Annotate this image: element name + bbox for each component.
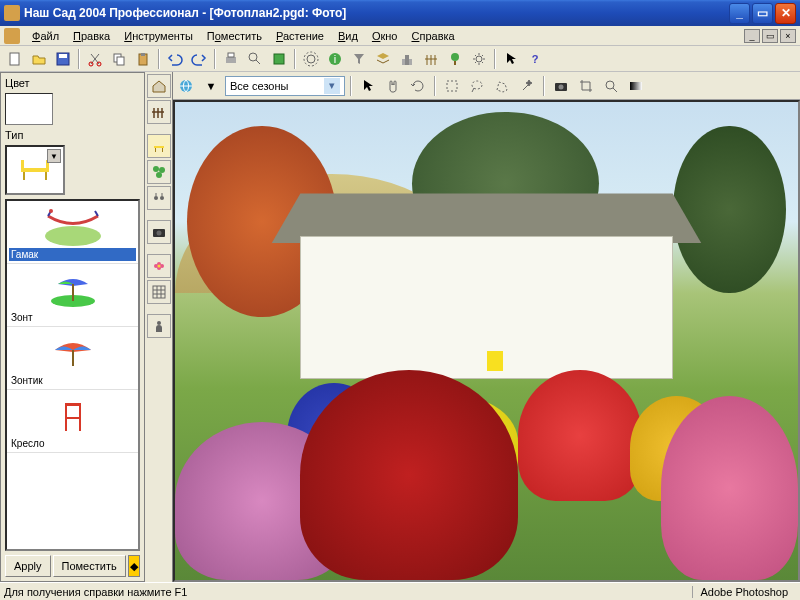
garden-flowers (175, 317, 798, 580)
menu-place[interactable]: Поместить (201, 28, 268, 44)
gradient-tool[interactable] (625, 75, 647, 97)
menu-edit[interactable]: Правка (67, 28, 116, 44)
spacer (147, 126, 171, 132)
menu-window[interactable]: Окно (366, 28, 404, 44)
list-item[interactable]: Кресло (7, 390, 138, 453)
menu-help[interactable]: Справка (405, 28, 460, 44)
svg-rect-25 (23, 172, 25, 180)
spacer (147, 212, 171, 218)
plant-button[interactable] (444, 48, 466, 70)
minimize-button[interactable]: _ (729, 3, 750, 24)
cursor-button[interactable] (500, 48, 522, 70)
pointer-tool[interactable] (357, 75, 379, 97)
crop-tool[interactable] (575, 75, 597, 97)
redo-button[interactable] (188, 48, 210, 70)
list-item[interactable]: Гамак (7, 201, 138, 264)
copy-button[interactable] (108, 48, 130, 70)
svg-rect-2 (59, 54, 67, 58)
menu-view[interactable]: Вид (332, 28, 364, 44)
panel-buttons: Apply Поместить ◆ (3, 553, 142, 579)
lasso-tool[interactable] (466, 75, 488, 97)
open-button[interactable] (28, 48, 50, 70)
encyclopedia-button[interactable] (268, 48, 290, 70)
flower-category[interactable] (147, 254, 171, 278)
item-label: Зонт (9, 311, 136, 324)
search-button[interactable] (244, 48, 266, 70)
svg-rect-63 (630, 82, 642, 90)
apply-button[interactable]: Apply (5, 555, 51, 577)
help-button[interactable]: ? (524, 48, 546, 70)
color-preview[interactable] (5, 93, 53, 125)
texture-category[interactable] (147, 280, 171, 304)
settings-button[interactable] (468, 48, 490, 70)
new-button[interactable] (4, 48, 26, 70)
mdi-restore[interactable]: ▭ (762, 29, 778, 43)
svg-point-49 (157, 231, 162, 236)
type-selector[interactable]: ▼ (5, 145, 65, 195)
building-button[interactable] (396, 48, 418, 70)
photo-viewport[interactable] (173, 100, 800, 582)
camera-tool[interactable] (550, 75, 572, 97)
type-label: Тип (3, 127, 142, 143)
svg-point-29 (45, 226, 101, 246)
season-selector[interactable]: Все сезоны ▾ (225, 76, 345, 96)
view-3d-button[interactable] (175, 75, 197, 97)
fence-category[interactable] (147, 100, 171, 124)
rotate-tool[interactable] (407, 75, 429, 97)
svg-point-56 (157, 321, 161, 325)
svg-point-59 (472, 81, 482, 89)
furniture-category[interactable] (147, 134, 171, 158)
svg-rect-42 (162, 148, 163, 152)
spacer (147, 246, 171, 252)
maximize-button[interactable]: ▭ (752, 3, 773, 24)
fence-button[interactable] (420, 48, 442, 70)
print-button[interactable] (220, 48, 242, 70)
item-label: Гамак (9, 248, 136, 261)
people-category[interactable] (147, 314, 171, 338)
close-button[interactable]: ✕ (775, 3, 796, 24)
paste-button[interactable] (132, 48, 154, 70)
mdi-close[interactable]: × (780, 29, 796, 43)
save-button[interactable] (52, 48, 74, 70)
object-list[interactable]: Гамак Зонт Зонтик Кресло (5, 199, 140, 551)
menu-tools[interactable]: Инструменты (118, 28, 199, 44)
warning-button[interactable]: ◆ (128, 555, 140, 577)
decorations-category[interactable] (147, 186, 171, 210)
statusbar: Для получения справки нажмите F1 Adobe P… (0, 582, 800, 600)
filter-button[interactable] (348, 48, 370, 70)
svg-rect-41 (155, 148, 156, 152)
marquee-tool[interactable] (441, 75, 463, 97)
document-icon (4, 28, 20, 44)
mdi-minimize[interactable]: _ (744, 29, 760, 43)
cut-button[interactable] (84, 48, 106, 70)
camera-category[interactable] (147, 220, 171, 244)
plants-category[interactable] (147, 160, 171, 184)
layers-button[interactable] (372, 48, 394, 70)
place-button[interactable]: Поместить (53, 555, 126, 577)
menu-file[interactable]: Файл (26, 28, 65, 44)
hand-tool[interactable] (382, 75, 404, 97)
svg-rect-58 (447, 81, 457, 91)
polygon-tool[interactable] (491, 75, 513, 97)
svg-point-61 (559, 84, 564, 89)
svg-rect-32 (72, 284, 74, 301)
house-category[interactable] (147, 74, 171, 98)
list-item[interactable]: Зонт (7, 264, 138, 327)
menu-plant[interactable]: Растение (270, 28, 330, 44)
pink-bush (661, 396, 798, 580)
list-item[interactable]: Зонтик (7, 327, 138, 390)
separator (78, 49, 80, 69)
svg-rect-55 (153, 286, 165, 298)
dropdown-arrow-icon[interactable]: ▼ (47, 149, 61, 163)
undo-button[interactable] (164, 48, 186, 70)
svg-point-62 (606, 81, 614, 89)
view-dropdown[interactable]: ▼ (200, 75, 222, 97)
properties-button[interactable] (300, 48, 322, 70)
info-button[interactable]: i (324, 48, 346, 70)
spacer (147, 306, 171, 312)
wand-tool[interactable] (516, 75, 538, 97)
zoom-tool[interactable] (600, 75, 622, 97)
season-value: Все сезоны (230, 80, 288, 92)
item-label: Кресло (9, 437, 136, 450)
svg-rect-6 (117, 57, 124, 65)
